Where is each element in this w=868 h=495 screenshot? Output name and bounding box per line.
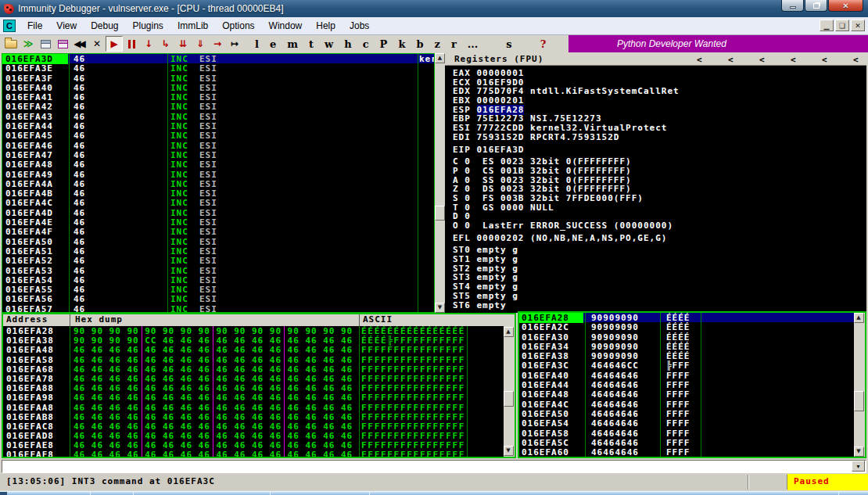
disasm-row[interactable]: 016EFA4846INCESI	[2, 160, 434, 169]
dump-row[interactable]: 016EFA3890909090CC4646464646464646464646…	[3, 335, 504, 345]
register-line[interactable]: ECX 016EF9D0	[453, 77, 866, 87]
dump-row[interactable]: 016EFA2890909090909090909090909090909090…	[3, 326, 504, 335]
toolbar-letter-t[interactable]: t	[303, 38, 319, 50]
disasm-row[interactable]: 016EFA5246INCESI	[2, 256, 434, 265]
trace-over-icon[interactable]: ⇓	[192, 36, 209, 52]
dump-row[interactable]: 016EFA4846464646464646464646464646464646…	[3, 345, 504, 354]
disasm-row[interactable]: 016EFA4F46INCESI	[2, 227, 434, 236]
mdi-minimize-button[interactable]: ▁	[820, 20, 834, 31]
register-line[interactable]: ST5 empty g	[453, 291, 866, 300]
collapse-arrow-icon[interactable]: <	[822, 54, 828, 66]
register-line[interactable]: P 0 CS 001B 32bit 0(FFFFFFFF)	[453, 166, 866, 175]
menu-debug[interactable]: Debug	[84, 18, 125, 34]
open-file-icon[interactable]	[2, 36, 20, 52]
menu-window[interactable]: Window	[262, 18, 310, 34]
registers-pane[interactable]: Registers (FPU) <<<<<< EAX 00000001ECX 0…	[445, 53, 866, 313]
stack-row[interactable]: 016EFA5C46464646FFFF	[519, 438, 854, 447]
register-line[interactable]: C 0 ES 0023 32bit 0(FFFFFFFF)	[453, 156, 866, 166]
toolbar-letter-z[interactable]: z	[429, 38, 445, 50]
toolbar-letter-e[interactable]: e	[264, 38, 282, 50]
collapse-arrow-icon[interactable]: <	[728, 54, 734, 66]
collapse-arrow-icon[interactable]: <	[853, 54, 859, 66]
register-line[interactable]: T 0 GS 0000 NULL	[453, 203, 866, 212]
command-dropdown-button[interactable]: ▼	[852, 461, 865, 472]
disassembly-pane[interactable]: 016EFA3D46INCESIkern016EFA3E46INCESI016E…	[2, 53, 435, 313]
stack-scrollbar[interactable]: ▲ ▼	[854, 313, 865, 457]
register-line[interactable]: EFL 00000202 (NO,NB,NE,A,NS,PO,GE,G)	[453, 233, 866, 242]
minimize-button[interactable]	[781, 0, 804, 12]
dump-row[interactable]: 016EFAE846464646464646464646464646464646…	[3, 440, 504, 450]
trace-into-icon[interactable]: ⇊	[174, 36, 192, 52]
mdi-restore-button[interactable]: ❏	[835, 20, 849, 31]
scroll-down-icon[interactable]: ▼	[504, 446, 514, 456]
disasm-row[interactable]: 016EFA4B46INCESI	[2, 188, 434, 198]
disasm-row[interactable]: 016EFA5346INCESI	[2, 266, 434, 275]
patches-icon[interactable]	[54, 36, 71, 52]
menu-immlib[interactable]: ImmLib	[170, 18, 215, 34]
toolbar-letter-k[interactable]: k	[393, 38, 411, 50]
disasm-row[interactable]: 016EFA4D46INCESI	[2, 208, 434, 217]
menu-help[interactable]: Help	[309, 18, 343, 34]
disasm-row[interactable]: 016EFA4746INCESI	[2, 150, 434, 160]
memory-dump-pane[interactable]: Address Hex dump ASCII 016EFA28909090909…	[2, 313, 516, 458]
register-line[interactable]: EAX 00000001	[453, 68, 866, 77]
disasm-row[interactable]: 016EFA5646INCESI	[2, 294, 434, 303]
register-line[interactable]: ST6 empty	[453, 300, 866, 310]
scroll-up-icon[interactable]: ▲	[504, 327, 514, 337]
collapse-arrow-icon[interactable]: <	[759, 54, 766, 66]
toolbar-letter-m[interactable]: m	[282, 38, 303, 50]
scroll-thumb[interactable]	[854, 391, 864, 411]
dump-row[interactable]: 016EFAF846464646464646464646464646464646…	[3, 450, 504, 457]
menu-options[interactable]: Options	[215, 18, 261, 34]
toolbar-letter-l[interactable]: l	[249, 38, 264, 50]
stack-row[interactable]: 016EFA4C46464646FFFF	[519, 400, 854, 409]
run-icon[interactable]: ▶	[106, 36, 123, 52]
stack-row[interactable]: 016EFA5846464646FFFF	[519, 429, 854, 438]
execute-till-user-code-icon[interactable]: ↦	[226, 36, 243, 52]
disasm-row[interactable]: 016EFA5746INCESI	[2, 304, 434, 313]
stack-row[interactable]: 016EFA3C464646CC╠FFF	[519, 360, 854, 370]
disasm-row[interactable]: 016EFA4546INCESI	[2, 131, 434, 140]
register-line[interactable]: Z 0 DS 0023 32bit 0(FFFFFFFF)	[453, 184, 866, 193]
disasm-row[interactable]: 016EFA4346INCESI	[2, 112, 434, 121]
close-program-icon[interactable]: ✕	[88, 36, 106, 52]
toolbar-letter-more[interactable]: ...	[462, 38, 484, 50]
stack-row[interactable]: 016EFA2C90909090ÉÉÉÉ	[519, 322, 854, 332]
disasm-row[interactable]: 016EFA4A46INCESI	[2, 179, 434, 188]
menu-view[interactable]: View	[49, 18, 84, 34]
register-line[interactable]: A 0 SS 0023 32bit 0(FFFFFFFF)	[453, 175, 866, 185]
disasm-row[interactable]: 016EFA5546INCESI	[2, 285, 434, 294]
dump-row[interactable]: 016EFA7846464646464646464646464646464646…	[3, 374, 504, 383]
toolbar-letter-P[interactable]: P	[375, 38, 393, 50]
taskbar-edge[interactable]	[0, 491, 868, 495]
toolbar-letter-help[interactable]: ?	[535, 38, 552, 50]
dump-row[interactable]: 016EFA9846464646464646464646464646464646…	[3, 393, 504, 402]
toolbar-letter-r[interactable]: r	[446, 38, 462, 50]
register-line[interactable]: ST0 empty g	[453, 245, 866, 254]
register-line[interactable]: EDI 7593152D RPCRT4.7593152D	[453, 132, 866, 142]
disasm-row[interactable]: 016EFA5046INCESI	[2, 237, 434, 246]
cpu-window-icon[interactable]: C	[3, 20, 16, 32]
stack-row[interactable]: 016EFA3490909090ÉÉÉÉ	[519, 342, 854, 351]
toolbar-letter-c[interactable]: c	[357, 38, 375, 50]
disasm-row[interactable]: 016EFA4646INCESI	[2, 141, 434, 150]
register-line[interactable]: ESP 016EFA28	[453, 105, 866, 114]
register-line[interactable]: ST4 empty g	[453, 282, 866, 291]
register-line[interactable]: ST2 empty g	[453, 264, 866, 273]
register-line[interactable]: EIP 016EFA3D	[453, 145, 866, 154]
register-line[interactable]: ESI 77722CDD kernel32.VirtualProtect	[453, 123, 866, 132]
disasm-row[interactable]: 016EFA4046INCESI	[2, 83, 434, 92]
attach-icon[interactable]: ≫	[20, 36, 37, 52]
register-line[interactable]: O 0 LastErr ERROR_SUCCESS (00000000)	[453, 221, 866, 230]
disasm-row[interactable]: 016EFA5446INCESI	[2, 275, 434, 285]
register-line[interactable]: EDX 775D70F4 ntdll.KiFastSystemCallRet	[453, 86, 866, 95]
menu-plugins[interactable]: Plugins	[126, 18, 170, 34]
stack-row[interactable]: 016EFA5046464646FFFF	[519, 409, 854, 418]
scroll-up-icon[interactable]: ▲	[435, 53, 445, 63]
dump-row[interactable]: 016EFA6846464646464646464646464646464646…	[3, 364, 504, 374]
toolbar-letter-w[interactable]: w	[319, 38, 339, 50]
mdi-close-button[interactable]: ✕	[851, 20, 865, 31]
dump-scrollbar[interactable]: ▲ ▼	[504, 326, 515, 457]
collapse-arrow-icon[interactable]: <	[697, 54, 703, 66]
disasm-row[interactable]: 016EFA4446INCESI	[2, 121, 434, 131]
